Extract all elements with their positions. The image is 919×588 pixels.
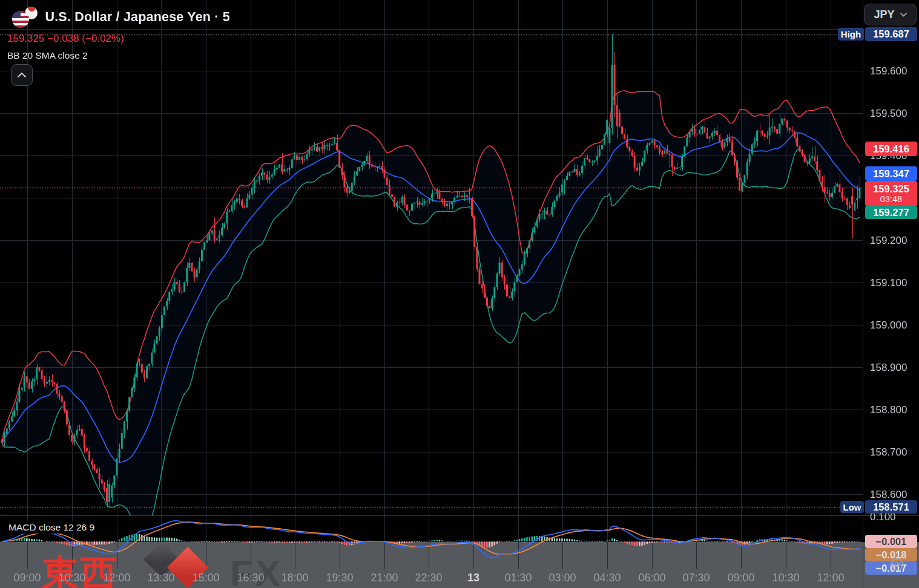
price-tick: 158.600 (870, 489, 907, 501)
time-tick: 13:30 (147, 572, 174, 584)
macd-indicator-label[interactable]: MACD close 12 26 9 (7, 521, 98, 534)
price-tick: 159.100 (870, 277, 907, 289)
currency-selector[interactable]: JPY (864, 4, 917, 25)
bb-upper-value-badge: 159.416 (865, 142, 917, 156)
time-tick: 15:00 (192, 572, 219, 584)
time-tick: 07:30 (682, 572, 710, 584)
us-flag-icon (12, 11, 29, 28)
time-tick: 10:30 (58, 572, 85, 584)
time-tick: 03:00 (548, 572, 576, 584)
chart-header: U.S. Dollar / Japanese Yen · 5 159.325 −… (7, 5, 230, 61)
bollinger-indicator-label[interactable]: BB 20 SMA close 2 (7, 50, 230, 61)
price-tick: 159.200 (870, 235, 907, 247)
price-tick: 158.900 (870, 362, 907, 374)
time-tick: 19:30 (326, 572, 353, 584)
bb-lower-value-badge: 159.277 (865, 206, 917, 219)
price-tick: 159.600 (870, 65, 907, 77)
chevron-up-icon (17, 72, 27, 78)
time-tick: 09:00 (727, 572, 754, 584)
low-value-badge: 158.571 (865, 500, 917, 514)
chevron-down-icon (900, 13, 907, 17)
time-tick: 10:30 (772, 572, 799, 584)
axis-settings-gear-icon[interactable] (886, 555, 908, 573)
currency-selector-value: JPY (874, 8, 894, 21)
time-tick: 04:30 (593, 572, 621, 584)
time-tick: 13 (467, 572, 479, 584)
time-tick: 12:00 (103, 572, 130, 584)
last-price-badge: 159.325 03:48 (865, 181, 917, 206)
collapse-panel-button[interactable] (11, 64, 33, 86)
symbol-title[interactable]: U.S. Dollar / Japanese Yen · 5 (45, 10, 230, 24)
macd-hist-badge: −0.001 (865, 535, 917, 548)
price-tick: 159.000 (870, 319, 907, 332)
symbol-flags-icon (7, 5, 39, 29)
time-tick: 22:30 (415, 572, 442, 584)
price-tick: 158.800 (870, 404, 907, 416)
candlestick-chart-canvas[interactable] (0, 0, 919, 588)
price-tick: 159.500 (870, 108, 907, 120)
time-tick: 01:30 (504, 572, 532, 584)
time-tick: 09:00 (13, 572, 41, 584)
time-tick: 12:00 (817, 572, 844, 584)
high-label-chip: High (838, 28, 864, 41)
time-tick: 06:00 (638, 572, 665, 584)
time-tick: 21:00 (371, 572, 398, 584)
price-tick: 158.700 (870, 446, 907, 459)
trading-chart-app: U.S. Dollar / Japanese Yen · 5 159.325 −… (0, 0, 919, 588)
time-tick: 18:00 (281, 572, 308, 584)
last-price-change: 159.325 −0.038 (−0.02%) (7, 33, 230, 45)
bb-basis-value-badge: 159.347 (865, 166, 917, 181)
high-value-badge: 159.687 (865, 27, 917, 41)
bar-countdown: 03:48 (880, 194, 902, 204)
low-label-chip: Low (840, 501, 864, 513)
time-tick: 16:30 (237, 572, 264, 584)
